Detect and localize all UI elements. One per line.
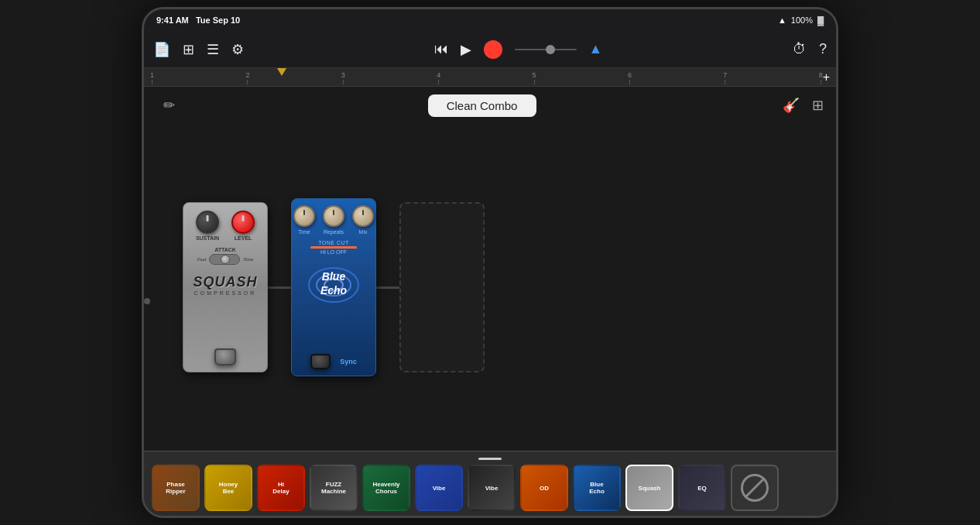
repeats-label: Repeats <box>324 229 344 235</box>
squash-footswitch[interactable] <box>214 348 236 365</box>
squash-knobs-row: SUSTAIN LEVEL <box>196 211 255 241</box>
mixer-button[interactable]: ☰ <box>207 41 219 58</box>
rewind-button[interactable]: ⏮ <box>434 41 448 57</box>
transport-slider[interactable] <box>515 49 577 50</box>
pedal-picker: PhaseRipper HoneyBee HiDelay FUZZMachine… <box>144 451 836 516</box>
ruler-mark-5: 5 <box>533 71 536 84</box>
picker-item-disabled[interactable] <box>731 465 779 511</box>
ruler-mark-7: 7 <box>723 71 727 84</box>
picker-item-squash[interactable]: Squash <box>625 465 673 511</box>
echo-knobs-row: Time Repeats Mix <box>293 205 374 235</box>
ruler-mark-1: 1 <box>150 71 154 84</box>
preset-name-button[interactable]: Clean Combo <box>428 94 536 117</box>
toolbar-right: ⏱ ? <box>793 41 827 57</box>
pedal-connector-1 <box>268 287 291 289</box>
ruler-marks: 1 2 3 4 5 6 7 8 <box>150 71 823 84</box>
toolbar: 📄 ⊞ ☰ ⚙ ⏮ ▶ ▲ ⏱ ? <box>144 31 836 68</box>
blue-echo-swirl: Blue Echo <box>303 262 365 308</box>
attack-slider[interactable] <box>209 254 240 265</box>
battery-icon: ▓ <box>817 15 824 25</box>
empty-pedal-slot[interactable] <box>399 202 485 372</box>
ruler-mark-4: 4 <box>437 71 440 84</box>
picker-drag-indicator <box>478 458 502 460</box>
pencil-icon: ✏ <box>163 97 175 114</box>
picker-item-heavenly-chorus[interactable]: HeavenlyChorus <box>362 465 410 511</box>
picker-item-label: PhaseRipper <box>153 466 198 510</box>
picker-item-label: Squash <box>627 466 672 510</box>
ipad-frame: 9:41 AM Tue Sep 10 ▲ 100% ▓ 📄 ⊞ ☰ ⚙ ⏮ ▶ … <box>142 7 838 518</box>
repeats-knob-container: Repeats <box>323 205 344 235</box>
tone-cut-section: TONE CUT HI LO OFF <box>298 240 369 255</box>
picker-item-eq[interactable]: EQ <box>678 465 726 511</box>
tracks-button[interactable]: ⊞ <box>183 41 194 58</box>
playhead <box>277 68 286 76</box>
picker-item-label: EQ <box>680 466 725 510</box>
attack-section: ATTACK Fast Slow <box>197 247 254 265</box>
time-knob-container: Time <box>293 205 315 235</box>
sustain-knob-container: SUSTAIN <box>196 211 219 241</box>
main-content: ✏ Clean Combo 🎸 ⊞ <box>144 87 836 516</box>
track-header-bar: ✏ Clean Combo 🎸 ⊞ <box>144 87 836 124</box>
picker-item-blue-echo[interactable]: BlueEcho <box>573 465 621 511</box>
status-time: 9:41 AM Tue Sep 10 <box>156 15 240 25</box>
sync-label: Sync <box>340 358 357 365</box>
no-effect-icon <box>741 474 769 502</box>
squash-title: SQUASH <box>193 274 257 290</box>
pedals-row: SUSTAIN LEVEL ATTACK Fast <box>159 183 508 392</box>
echo-footswitch[interactable] <box>310 354 331 369</box>
squash-logo: SQUASH COMPRESSOR <box>193 274 257 296</box>
time-knob[interactable] <box>293 205 315 227</box>
settings-button[interactable]: ⚙ <box>231 41 244 58</box>
picker-item-hi-delay[interactable]: HiDelay <box>257 465 305 511</box>
sustain-knob[interactable] <box>196 211 219 234</box>
squash-compressor-pedal[interactable]: SUSTAIN LEVEL ATTACK Fast <box>183 202 268 372</box>
status-bar: 9:41 AM Tue Sep 10 ▲ 100% ▓ <box>144 9 836 31</box>
picker-item-fuzz[interactable]: FUZZMachine <box>310 465 358 511</box>
picker-item-label: HiDelay <box>259 466 303 510</box>
mix-knob[interactable] <box>352 205 374 227</box>
metronome-button[interactable]: ▲ <box>589 41 603 57</box>
level-knob[interactable] <box>231 211 255 234</box>
fast-label: Fast <box>197 257 207 262</box>
ruler-mark-2: 2 <box>245 71 249 84</box>
time-label: Time <box>298 229 310 235</box>
pencil-button[interactable]: ✏ <box>156 93 181 118</box>
new-document-button[interactable]: 📄 <box>153 41 170 58</box>
mix-knob-container: Mix <box>352 205 374 235</box>
help-button[interactable]: ? <box>819 41 827 57</box>
record-button[interactable] <box>484 40 502 59</box>
toolbar-left: 📄 ⊞ ☰ ⚙ <box>153 41 244 58</box>
wifi-icon: ▲ <box>778 15 786 25</box>
timeline-ruler: 1 2 3 4 5 6 7 8 + <box>144 68 836 87</box>
picker-item-label: OD <box>522 466 567 510</box>
add-track-button[interactable]: + <box>823 70 830 84</box>
picker-item-label: Vibe <box>416 466 461 510</box>
svg-text:Echo: Echo <box>320 284 348 297</box>
echo-bottom-row: Sync <box>310 354 357 369</box>
tuner-button[interactable]: 🎸 <box>783 97 800 114</box>
ruler-mark-6: 6 <box>628 71 632 84</box>
svg-text:Blue: Blue <box>322 270 346 283</box>
repeats-knob[interactable] <box>323 205 344 227</box>
picker-scroll[interactable]: PhaseRipper HoneyBee HiDelay FUZZMachine… <box>152 465 828 511</box>
picker-item-od[interactable]: OD <box>520 465 568 511</box>
picker-item-phase-ripper[interactable]: PhaseRipper <box>152 465 200 511</box>
pedalboard-button[interactable]: ⊞ <box>812 97 824 114</box>
picker-item-label: HoneyBee <box>206 466 251 510</box>
tone-cut-bar[interactable] <box>310 246 357 249</box>
level-knob-container: LEVEL <box>231 211 255 241</box>
pedal-connector-2 <box>376 287 399 289</box>
toolbar-center: ⏮ ▶ ▲ <box>434 40 603 59</box>
hi-lo-label: HI LO OFF <box>320 249 347 255</box>
play-button[interactable]: ▶ <box>461 41 471 58</box>
picker-item-label: HeavenlyChorus <box>364 466 409 510</box>
picker-item-vibe-dark[interactable]: Vibe <box>468 465 516 511</box>
sustain-label: SUSTAIN <box>196 235 219 241</box>
attack-label: ATTACK <box>214 247 236 252</box>
blue-echo-pedal[interactable]: Time Repeats Mix <box>291 198 376 376</box>
battery-text: 100% <box>791 15 813 25</box>
picker-item-honey-bee[interactable]: HoneyBee <box>204 465 252 511</box>
ruler-mark-3: 3 <box>341 71 345 84</box>
history-button[interactable]: ⏱ <box>793 41 807 57</box>
picker-item-vibe-blue[interactable]: Vibe <box>415 465 463 511</box>
